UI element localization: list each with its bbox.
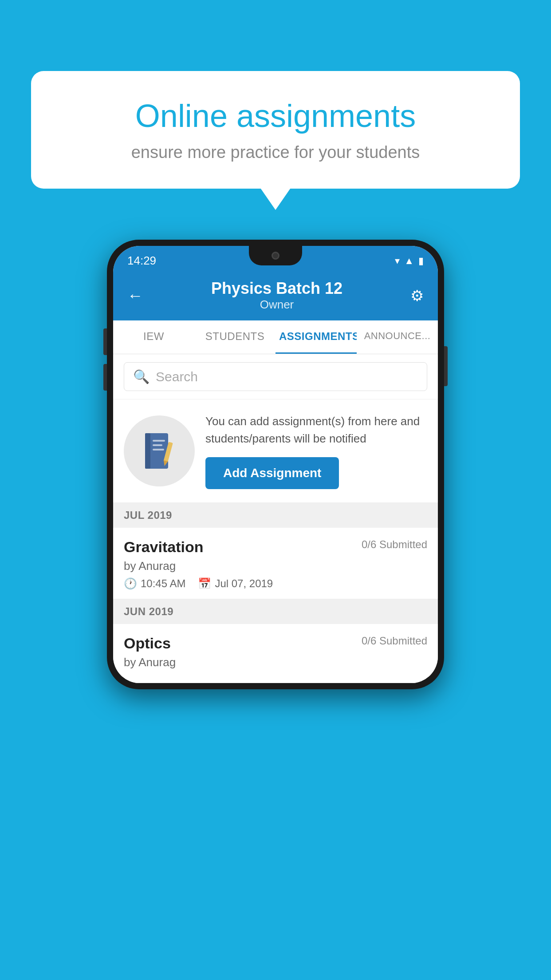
svg-rect-4 <box>153 449 164 450</box>
bubble-subtitle: ensure more practice for your students <box>67 143 484 162</box>
bubble-title: Online assignments <box>67 98 484 134</box>
status-time: 14:29 <box>127 254 156 268</box>
svg-rect-1 <box>145 433 150 469</box>
phone-outer: 14:29 ▾ ▲ ▮ ← Physics Batch 12 Owner ⚙ I… <box>107 240 444 689</box>
assignment-meta: 🕐 10:45 AM 📅 Jul 07, 2019 <box>124 577 427 590</box>
notebook-icon <box>142 431 177 471</box>
meta-time: 🕐 10:45 AM <box>124 577 185 590</box>
tab-assignments[interactable]: ASSIGNMENTS <box>276 320 357 354</box>
assignment-author-optics: by Anurag <box>124 656 427 669</box>
phone-notch <box>249 246 302 265</box>
assignment-time: 10:45 AM <box>141 577 185 590</box>
info-section: You can add assignment(s) from here and … <box>113 399 438 503</box>
svg-rect-3 <box>153 444 162 446</box>
assignment-status-optics: 0/6 Submitted <box>362 635 427 647</box>
info-icon-circle <box>124 415 195 486</box>
assignment-status: 0/6 Submitted <box>362 538 427 551</box>
tabs-bar: IEW STUDENTS ASSIGNMENTS ANNOUNCE... <box>113 320 438 354</box>
search-container: 🔍 Search <box>113 354 438 399</box>
assignment-top-optics: Optics 0/6 Submitted <box>124 635 427 652</box>
speech-bubble: Online assignments ensure more practice … <box>31 71 520 189</box>
header-title: Physics Batch 12 <box>211 279 342 298</box>
assignment-top: Gravitation 0/6 Submitted <box>124 538 427 556</box>
phone-mockup: 14:29 ▾ ▲ ▮ ← Physics Batch 12 Owner ⚙ I… <box>107 240 444 689</box>
volume-up-button <box>103 328 107 355</box>
info-text: You can add assignment(s) from here and … <box>205 413 427 447</box>
volume-down-button <box>103 364 107 391</box>
search-placeholder: Search <box>156 369 198 384</box>
power-button <box>444 346 448 386</box>
assignment-date: Jul 07, 2019 <box>215 577 273 590</box>
front-camera <box>272 252 279 260</box>
tab-announcements[interactable]: ANNOUNCE... <box>357 320 438 354</box>
calendar-icon: 📅 <box>198 577 211 590</box>
meta-date: 📅 Jul 07, 2019 <box>198 577 273 590</box>
add-assignment-button[interactable]: Add Assignment <box>205 457 339 489</box>
search-icon: 🔍 <box>133 369 150 384</box>
back-button[interactable]: ← <box>127 286 143 305</box>
header-subtitle: Owner <box>211 298 342 312</box>
info-right: You can add assignment(s) from here and … <box>205 413 427 489</box>
assignment-author: by Anurag <box>124 559 427 573</box>
status-icons: ▾ ▲ ▮ <box>395 255 424 267</box>
app-header: ← Physics Batch 12 Owner ⚙ <box>113 272 438 320</box>
header-title-area: Physics Batch 12 Owner <box>211 279 342 312</box>
clock-icon: 🕐 <box>124 577 137 590</box>
assignment-name-optics: Optics <box>124 635 171 652</box>
section-header-jun2019: JUN 2019 <box>113 599 438 624</box>
tab-students[interactable]: STUDENTS <box>194 320 276 354</box>
battery-icon: ▮ <box>418 255 424 267</box>
speech-bubble-area: Online assignments ensure more practice … <box>31 71 520 189</box>
signal-icon: ▲ <box>404 255 414 267</box>
phone-screen: 14:29 ▾ ▲ ▮ ← Physics Batch 12 Owner ⚙ I… <box>113 246 438 683</box>
settings-icon[interactable]: ⚙ <box>410 287 424 304</box>
svg-rect-2 <box>153 440 165 442</box>
tab-iew[interactable]: IEW <box>113 320 194 354</box>
section-header-jul2019: JUL 2019 <box>113 503 438 528</box>
assignment-item-optics[interactable]: Optics 0/6 Submitted by Anurag <box>113 624 438 683</box>
assignment-name: Gravitation <box>124 538 203 556</box>
wifi-icon: ▾ <box>395 255 400 267</box>
search-input-wrapper[interactable]: 🔍 Search <box>124 362 427 391</box>
assignment-item-gravitation[interactable]: Gravitation 0/6 Submitted by Anurag 🕐 10… <box>113 528 438 599</box>
